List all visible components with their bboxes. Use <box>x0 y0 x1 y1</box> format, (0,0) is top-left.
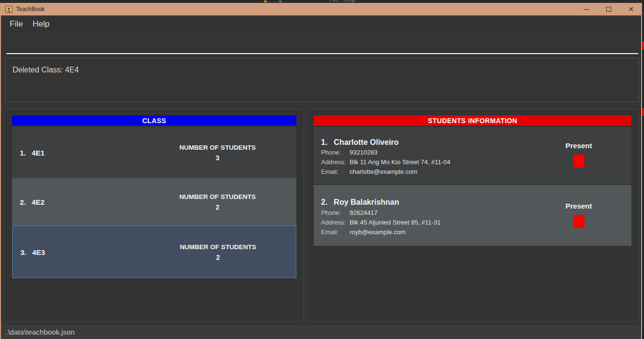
email-label: Email: <box>321 228 350 236</box>
number-of-students: NUMBER OF STUDENTS 3 <box>169 144 266 162</box>
email-value: charlotte@example.com <box>350 168 450 175</box>
maximize-button[interactable] <box>598 3 620 15</box>
student-card[interactable]: 1.Charlotte Oliveiro Phone: 93210283 Add… <box>314 127 631 184</box>
number-of-students-label: NUMBER OF STUDENTS <box>169 144 266 151</box>
student-index: 2. <box>321 198 327 206</box>
minimize-button[interactable] <box>575 3 598 15</box>
status-file-path: .\data\teachbook.json <box>6 328 75 336</box>
command-input[interactable] <box>6 35 638 54</box>
present-checkbox[interactable] <box>573 155 585 168</box>
class-panel-header: CLASS <box>12 115 296 126</box>
class-index: 2. <box>20 198 26 206</box>
student-name: 1.Charlotte Oliveiro <box>321 138 399 147</box>
present-label: Present <box>565 141 592 150</box>
menubar: File Help <box>1 15 641 33</box>
background-right-strip <box>642 0 644 339</box>
menu-help[interactable]: Help <box>28 17 54 31</box>
screen: File Help TeachBook ✕ File Help Deleted … <box>0 0 644 339</box>
background-icon-fragment <box>279 0 282 2</box>
class-index: 3. <box>20 248 27 256</box>
number-of-students: NUMBER OF STUDENTS 2 <box>169 193 266 211</box>
class-index: 1. <box>20 149 26 157</box>
address-book-icon <box>5 6 13 13</box>
present-label: Present <box>565 202 592 210</box>
email-label: Email: <box>321 168 350 175</box>
address-value: Blk 45 Aljunied Street 85, #11-31 <box>350 219 440 226</box>
phone-value: 93210283 <box>350 149 450 156</box>
students-panel-header: STUDENTS INFORMATION <box>314 115 631 126</box>
number-of-students-value: 3 <box>169 154 266 162</box>
maximize-icon <box>606 7 611 12</box>
students-panel: STUDENTS INFORMATION 1.Charlotte Oliveir… <box>306 109 639 322</box>
close-icon: ✕ <box>628 6 634 13</box>
menu-file[interactable]: File <box>5 17 28 31</box>
class-list-item[interactable]: 1.4E1 NUMBER OF STUDENTS 3 <box>12 127 296 178</box>
address-label: Address: <box>321 219 350 226</box>
window-controls: ✕ <box>575 3 642 15</box>
number-of-students-label: NUMBER OF STUDENTS <box>169 193 266 200</box>
window-title: TeachBook <box>16 6 44 13</box>
background-red-fragment <box>642 42 644 50</box>
student-name: 2.Roy Balakrishnan <box>321 198 399 207</box>
class-name: 3.4E3 <box>20 248 45 256</box>
present-block: Present <box>557 202 600 228</box>
class-list-item[interactable]: 2.4E2 NUMBER OF STUDENTS 2 <box>12 178 296 226</box>
number-of-students-value: 2 <box>170 253 266 261</box>
background-red-fragment <box>642 108 644 116</box>
address-label: Address: <box>321 158 350 166</box>
student-fields: Phone: 92624417 Address: Blk 45 Aljunied… <box>321 209 440 236</box>
student-index: 1. <box>321 138 327 146</box>
background-icon-fragment <box>264 0 267 2</box>
minimize-icon <box>584 9 589 10</box>
class-list-item-selected[interactable]: 3.4E3 NUMBER OF STUDENTS 2 <box>12 226 296 278</box>
number-of-students-value: 2 <box>169 203 266 211</box>
phone-label: Phone: <box>321 209 350 216</box>
class-name: 2.4E2 <box>20 198 44 206</box>
class-panel: CLASS 1.4E1 NUMBER OF STUDENTS 3 2.4E2 N… <box>4 109 304 322</box>
address-value: Blk 11 Ang Mo Kio Street 74, #11-04 <box>350 158 450 166</box>
email-value: royb@example.com <box>350 228 440 236</box>
close-button[interactable]: ✕ <box>620 3 642 15</box>
number-of-students-label: NUMBER OF STUDENTS <box>170 243 266 250</box>
phone-value: 92624417 <box>350 209 440 216</box>
student-card[interactable]: 2.Roy Balakrishnan Phone: 92624417 Addre… <box>314 185 631 246</box>
window-border-right <box>641 15 642 339</box>
titlebar[interactable]: TeachBook ✕ <box>0 3 642 15</box>
phone-label: Phone: <box>321 149 350 156</box>
number-of-students: NUMBER OF STUDENTS 2 <box>170 243 266 261</box>
class-name: 1.4E1 <box>20 149 44 157</box>
student-fields: Phone: 93210283 Address: Blk 11 Ang Mo K… <box>321 149 450 175</box>
present-block: Present <box>557 141 600 168</box>
status-bar: .\data\teachbook.json <box>1 325 641 339</box>
present-checkbox[interactable] <box>573 215 585 228</box>
result-display[interactable]: Deleted Class: 4E4 <box>5 58 639 102</box>
result-message: Deleted Class: 4E4 <box>13 66 79 74</box>
